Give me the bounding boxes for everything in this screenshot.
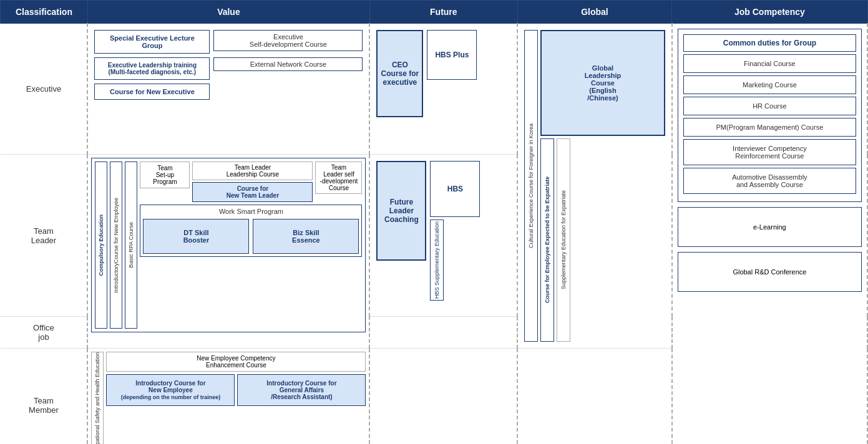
- common-duties-box: Common duties for Group: [683, 34, 856, 52]
- dt-skill-box: DT SkillBooster: [143, 219, 249, 254]
- intro-new-emp-box: Introductory Course forNew Employee(depe…: [106, 374, 235, 406]
- tl-selfdev-box: TeamLeader self-developmentCourse: [315, 162, 362, 194]
- cultural-exp-text: Cultural Experience Course for Foreigner…: [528, 123, 534, 248]
- course-new-team-box: Course forNew Team Leader: [192, 182, 313, 202]
- future-coaching-box: FutureLeaderCoaching: [376, 161, 426, 261]
- global-executive: Cultural Experience Course for Foreigner…: [517, 24, 672, 349]
- tl-leadership-box: Team LeaderLeadership Course: [192, 162, 313, 180]
- hr-box: HR Course: [683, 97, 856, 115]
- global-rd-box: Global R&D Conference: [678, 252, 862, 292]
- header-global: Global: [517, 1, 672, 24]
- hbs-box: HBS: [430, 161, 480, 217]
- value-teammember: Occupational Safety and Health Education…: [87, 349, 369, 445]
- row-officejob: Officejob: [1, 317, 88, 349]
- value-executive: Special Executive Lecture Group Executiv…: [87, 24, 369, 155]
- hbs-plus-box: HBS Plus: [427, 30, 477, 80]
- pm-box: PM(Program Management) Course: [683, 118, 856, 137]
- automotive-box: Automotive Disassemblyand Assembly Cours…: [683, 168, 856, 194]
- header-classification: Classification: [1, 1, 88, 24]
- row-team-leader: TeamLeader: [1, 155, 88, 317]
- work-smart-label: Work Smart Program: [143, 208, 359, 215]
- global-leadership-box: GlobalLeadershipCourse(English/Chinese): [540, 30, 665, 136]
- new-executive-box: Course for New Executive: [94, 84, 210, 100]
- team-setup-box: TeamSet-upProgram: [140, 162, 190, 188]
- ceo-course-box: CEOCourse forexecutive: [376, 30, 423, 117]
- exec-leadership-box: Executive Leadership training(Multi-face…: [94, 57, 210, 80]
- basic-rpa-text: Basic RPA Course: [128, 222, 134, 268]
- financial-box: Financial Course: [683, 54, 856, 73]
- header-value: Value: [87, 1, 369, 24]
- introductory-text: IntroductoryCourse for New Employee: [113, 198, 119, 293]
- compulsory-text: Compulsory Education: [98, 215, 104, 276]
- marketing-box: Marketing Course: [683, 75, 856, 94]
- external-network-box: External Network Course: [213, 57, 363, 71]
- hbs-supp-text: HBS Supplementary Education: [434, 221, 440, 299]
- jobcomp-all: Common duties for Group Financial Course…: [672, 24, 867, 445]
- biz-skill-box: Biz SkillEssence: [253, 219, 359, 254]
- supp-expatriate-text: Supplementary Education for Expatriate: [560, 190, 567, 289]
- row-executive: Executive: [1, 24, 88, 155]
- header-jobcomp: Job Competency: [672, 1, 867, 24]
- future-officejob: [369, 317, 517, 349]
- future-teamleader: FutureLeaderCoaching HBS HBS Supplementa…: [369, 155, 517, 317]
- occ-safety-text: Occupational Safety and Health Education: [94, 352, 100, 444]
- exec-self-dev-box: ExecutiveSelf-development Course: [213, 30, 363, 51]
- elearning-box: e-Learning: [678, 207, 862, 247]
- new-comp-box: New Employee CompetencyEnhancement Cours…: [106, 352, 366, 372]
- future-executive: CEOCourse forexecutive HBS Plus: [369, 24, 517, 155]
- special-lecture-box: Special Executive Lecture Group: [94, 30, 210, 54]
- row-team-member: TeamMember: [1, 349, 88, 445]
- interviewer-box: Interviewer CompetencyReinforcement Cour…: [683, 139, 856, 165]
- course-expatriate-text: Course for Employee Expected to be Expat…: [544, 176, 550, 303]
- header-future: Future: [369, 1, 517, 24]
- intro-ga-box: Introductory Course forGeneral Affairs/R…: [237, 374, 366, 406]
- global-teammember: [517, 349, 672, 445]
- future-teammember: [369, 349, 517, 445]
- value-teamleader: Compulsory Education IntroductoryCourse …: [87, 155, 369, 349]
